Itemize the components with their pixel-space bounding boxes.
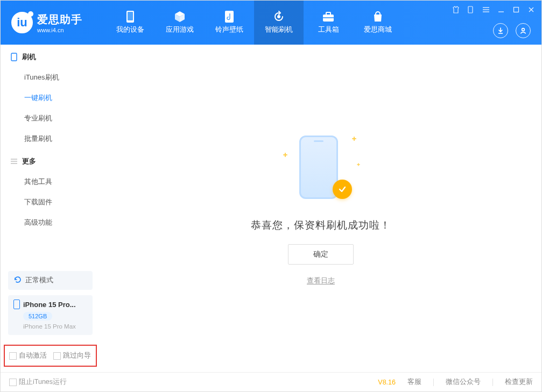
device-mode-button[interactable]: 正常模式 — [8, 271, 93, 290]
checkbox-block-itunes[interactable]: 阻止iTunes运行 — [9, 377, 67, 387]
header-actions — [493, 23, 531, 38]
svg-rect-2 — [225, 11, 234, 23]
nav-label: 爱思商城 — [364, 25, 392, 34]
svg-rect-12 — [514, 8, 519, 12]
sidebar-item-batch-flash[interactable]: 批量刷机 — [1, 129, 100, 149]
sidebar-group-flash[interactable]: 刷机 — [1, 45, 100, 67]
checkbox-icon — [9, 379, 17, 386]
nav-smart-flash[interactable]: 智能刷机 — [254, 1, 304, 45]
checkbox-icon — [53, 352, 61, 360]
sidebar-item-download-firmware[interactable]: 下载固件 — [1, 192, 100, 212]
flash-options-highlighted: 自动激活 跳过向导 — [4, 345, 97, 367]
menu-icon[interactable] — [481, 5, 491, 15]
sidebar-item-itunes-flash[interactable]: iTunes刷机 — [1, 67, 100, 88]
sidebar-item-pro-flash[interactable]: 专业刷机 — [1, 108, 100, 129]
sparkle-icon — [283, 153, 287, 157]
device-info-card[interactable]: iPhone 15 Pro... 512GB iPhone 15 Pro Max — [8, 295, 93, 335]
download-button[interactable] — [493, 23, 508, 38]
sidebar-item-oneclick-flash[interactable]: 一键刷机 — [1, 88, 100, 108]
app-header: iu 爱思助手 www.i4.cn 我的设备 应用游戏 铃声壁纸 智能刷机 工具… — [1, 1, 541, 45]
minimize-icon[interactable] — [496, 5, 506, 15]
svg-point-3 — [277, 15, 280, 18]
sparkle-icon — [357, 163, 360, 166]
svg-rect-5 — [326, 12, 330, 15]
nav-store[interactable]: 爱思商城 — [353, 1, 403, 45]
sidebar-group-more[interactable]: 更多 — [1, 149, 100, 172]
cube-icon — [172, 11, 187, 23]
svg-rect-7 — [468, 6, 473, 13]
nav-apps-games[interactable]: 应用游戏 — [155, 1, 205, 45]
top-nav: 我的设备 应用游戏 铃声壁纸 智能刷机 工具箱 爱思商城 — [105, 1, 403, 45]
nav-toolbox[interactable]: 工具箱 — [304, 1, 353, 45]
nav-ringtone-wallpaper[interactable]: 铃声壁纸 — [205, 1, 254, 45]
bag-icon — [370, 11, 385, 23]
window-controls — [451, 5, 536, 15]
footer-link-wechat[interactable]: 微信公众号 — [446, 377, 481, 387]
account-button[interactable] — [516, 23, 531, 38]
nav-label: 铃声壁纸 — [215, 25, 243, 34]
view-log-link[interactable]: 查看日志 — [307, 276, 335, 286]
svg-point-16 — [522, 28, 525, 31]
footer-link-support[interactable]: 客服 — [407, 377, 421, 387]
checkbox-auto-activate[interactable]: 自动激活 — [9, 351, 47, 360]
nav-label: 智能刷机 — [265, 25, 293, 34]
device-full-name: iPhone 15 Pro Max — [23, 323, 87, 330]
nav-label: 应用游戏 — [166, 25, 194, 34]
footer-bar: 阻止iTunes运行 V8.16 客服 微信公众号 检查更新 — [1, 372, 541, 391]
checkbox-skip-wizard[interactable]: 跳过向导 — [53, 351, 91, 360]
brand[interactable]: iu 爱思助手 www.i4.cn — [1, 1, 105, 45]
brand-name: 爱思助手 — [37, 12, 82, 27]
sidebar-item-advanced[interactable]: 高级功能 — [1, 212, 100, 233]
sidebar: 刷机 iTunes刷机 一键刷机 专业刷机 批量刷机 更多 其他工具 下载固件 … — [1, 45, 100, 372]
skin-icon[interactable] — [451, 5, 461, 15]
refresh-icon — [271, 11, 286, 23]
device-storage-badge: 512GB — [23, 312, 52, 320]
version-label: V8.16 — [378, 379, 396, 386]
svg-rect-17 — [11, 53, 17, 61]
nav-my-device[interactable]: 我的设备 — [105, 1, 155, 45]
feedback-icon[interactable] — [466, 5, 476, 15]
footer-link-update[interactable]: 检查更新 — [505, 377, 533, 387]
svg-rect-1 — [128, 12, 133, 20]
checkbox-icon — [9, 352, 17, 360]
checkmark-badge-icon — [333, 180, 352, 199]
brand-url: www.i4.cn — [37, 27, 82, 33]
sidebar-item-other-tools[interactable]: 其他工具 — [1, 172, 100, 192]
toolbox-icon — [321, 11, 336, 23]
success-illustration — [288, 131, 353, 206]
success-message: 恭喜您，保资料刷机成功啦！ — [251, 218, 391, 232]
refresh-circle-icon — [13, 275, 22, 286]
phone-icon — [123, 11, 138, 23]
sparkle-icon — [352, 137, 356, 141]
phone-outline-icon — [10, 53, 18, 61]
nav-label: 工具箱 — [318, 25, 339, 34]
phone-small-icon — [13, 300, 20, 309]
device-name: iPhone 15 Pro... — [23, 301, 76, 309]
brand-logo-icon: iu — [11, 12, 33, 33]
maximize-icon[interactable] — [511, 5, 521, 15]
ok-button[interactable]: 确定 — [288, 244, 354, 265]
nav-label: 我的设备 — [116, 25, 144, 34]
music-icon — [222, 11, 237, 23]
svg-rect-6 — [323, 17, 334, 18]
close-icon[interactable] — [526, 5, 536, 15]
device-mode-label: 正常模式 — [25, 276, 53, 285]
more-lines-icon — [10, 158, 18, 165]
main-content: 恭喜您，保资料刷机成功啦！ 确定 查看日志 — [100, 45, 541, 372]
